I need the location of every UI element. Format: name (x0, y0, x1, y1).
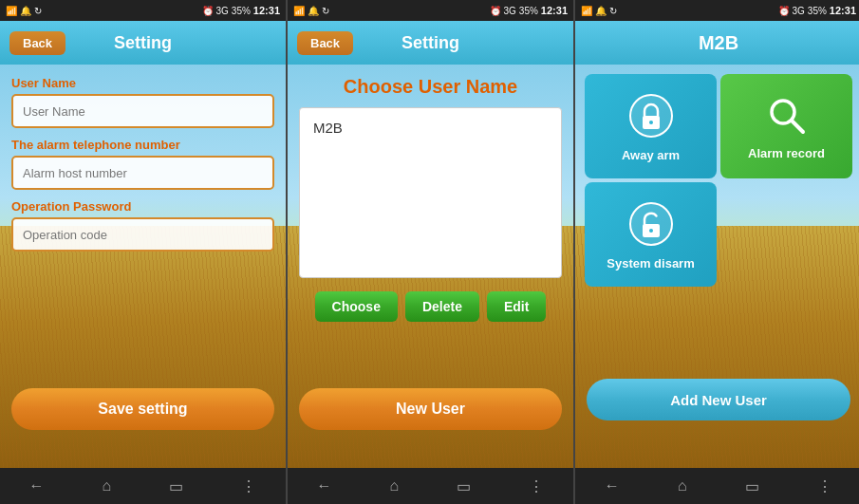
bottom-nav-2: ← ⌂ ▭ ⋮ (288, 468, 573, 504)
network-label-2: 3G (504, 6, 516, 16)
alarm-icon-2: ⏰ (490, 6, 501, 16)
alarm-tel-input[interactable] (11, 156, 274, 190)
header-3: M2B (575, 21, 859, 65)
background-3: Away arm Alarm record System disarm (575, 65, 859, 468)
svg-point-7 (649, 229, 653, 233)
nav-menu-3[interactable]: ⋮ (817, 477, 832, 495)
page-title-2: Setting (401, 33, 459, 53)
panel-choose-user: 📶 🔔 ↻ ⏰ 3G 35% 12:31 Back Setting Choose… (288, 0, 573, 504)
tile-empty (720, 182, 852, 287)
nav-menu-1[interactable]: ⋮ (241, 477, 256, 495)
status-bar-1: 📶 🔔 ↻ ⏰ 3G 35% 12:31 (0, 0, 286, 21)
status-right-icons-2: ⏰ 3G 35% 12:31 (490, 5, 569, 16)
wifi-icon: 🔔 (20, 6, 31, 16)
system-disarm-label: System disarm (607, 256, 695, 271)
alarm-record-label: Alarm record (748, 146, 825, 160)
away-arm-label: Away arm (622, 148, 680, 162)
user-list-box: M2B (299, 107, 562, 278)
panel-m2b-menu: 📶 🔔 ↻ ⏰ 3G 35% 12:31 M2B (575, 0, 859, 504)
nav-recent-3[interactable]: ▭ (745, 477, 759, 495)
status-bar-3: 📶 🔔 ↻ ⏰ 3G 35% 12:31 (575, 0, 859, 21)
nav-menu-2[interactable]: ⋮ (529, 477, 544, 495)
choose-user-title: Choose User Name (299, 76, 562, 98)
alarm-icon-3: ⏰ (778, 6, 790, 16)
op-password-label: Operation Password (11, 199, 274, 214)
action-buttons: Choose Delete Edit (299, 291, 562, 322)
alarm-icon: ⏰ (202, 6, 214, 16)
bottom-nav-3: ← ⌂ ▭ ⋮ (575, 468, 859, 504)
edit-button[interactable]: Edit (487, 291, 546, 322)
username-input[interactable] (11, 94, 274, 128)
list-item-m2b[interactable]: M2B (306, 114, 555, 141)
network-label-3: 3G (793, 6, 805, 16)
signal-icon-3: 📶 (581, 6, 592, 16)
battery-label-2: 35% (519, 6, 538, 16)
background-1: User Name The alarm telephone number Ope… (0, 65, 286, 468)
time-display-2: 12:31 (541, 5, 568, 16)
nav-back-1[interactable]: ← (29, 477, 45, 495)
network-label: 3G (216, 6, 229, 16)
tile-system-disarm[interactable]: System disarm (585, 182, 717, 287)
nav-recent-2[interactable]: ▭ (457, 477, 471, 495)
lock-closed-icon (626, 91, 676, 140)
battery-label-3: 35% (808, 6, 827, 16)
svg-point-2 (649, 121, 653, 124)
status-left-icons-3: 📶 🔔 ↻ (581, 6, 617, 16)
choose-content: Choose User Name M2B Choose Delete Edit (288, 65, 573, 346)
choose-button[interactable]: Choose (315, 291, 398, 322)
time-display-3: 12:31 (830, 5, 856, 16)
delete-button[interactable]: Delete (405, 291, 479, 322)
battery-label: 35% (232, 6, 251, 16)
new-user-button[interactable]: New User (299, 388, 562, 430)
signal-icon: 📶 (6, 6, 17, 16)
status-bar-2: 📶 🔔 ↻ ⏰ 3G 35% 12:31 (288, 0, 573, 21)
sync-icon: ↻ (34, 6, 42, 16)
nav-home-1[interactable]: ⌂ (103, 477, 112, 495)
wifi-icon-3: 🔔 (595, 6, 607, 16)
nav-home-3[interactable]: ⌂ (678, 477, 687, 495)
header-1: Back Setting (0, 21, 286, 65)
form-content: User Name The alarm telephone number Ope… (0, 65, 286, 263)
username-label: User Name (11, 76, 274, 90)
alarm-tel-label: The alarm telephone number (11, 138, 274, 152)
tile-alarm-record[interactable]: Alarm record (720, 74, 852, 178)
tile-away-arm[interactable]: Away arm (585, 74, 717, 178)
sync-icon-2: ↻ (322, 6, 329, 16)
search-icon (764, 93, 810, 139)
header-2: Back Setting (288, 21, 573, 65)
status-left-icons-2: 📶 🔔 ↻ (293, 6, 329, 16)
panel-setting-form: 📶 🔔 ↻ ⏰ 3G 35% 12:31 Back Setting User N… (0, 0, 286, 504)
nav-home-2[interactable]: ⌂ (390, 477, 400, 495)
lock-open-icon (626, 199, 676, 249)
save-setting-button[interactable]: Save setting (11, 388, 274, 430)
status-left-icons: 📶 🔔 ↻ (6, 6, 42, 16)
status-right-icons: ⏰ 3G 35% 12:31 (202, 5, 281, 16)
nav-back-3[interactable]: ← (605, 477, 620, 495)
background-2: Choose User Name M2B Choose Delete Edit … (288, 65, 573, 468)
back-button-1[interactable]: Back (9, 31, 65, 55)
nav-back-2[interactable]: ← (317, 477, 332, 495)
page-title-3: M2B (699, 32, 738, 54)
page-title-1: Setting (114, 33, 172, 53)
bottom-nav-1: ← ⌂ ▭ ⋮ (0, 468, 286, 504)
op-password-input[interactable] (11, 217, 274, 252)
tiles-grid: Away arm Alarm record System disarm (575, 65, 859, 296)
svg-line-4 (792, 121, 803, 132)
status-right-icons-3: ⏰ 3G 35% 12:31 (778, 5, 857, 16)
sync-icon-3: ↻ (609, 6, 617, 16)
nav-recent-1[interactable]: ▭ (169, 477, 183, 495)
back-button-2[interactable]: Back (297, 31, 353, 55)
time-display: 12:31 (253, 5, 280, 16)
signal-icon-2: 📶 (293, 6, 305, 16)
wifi-icon-2: 🔔 (308, 6, 319, 16)
add-new-user-button[interactable]: Add New User (587, 379, 850, 420)
